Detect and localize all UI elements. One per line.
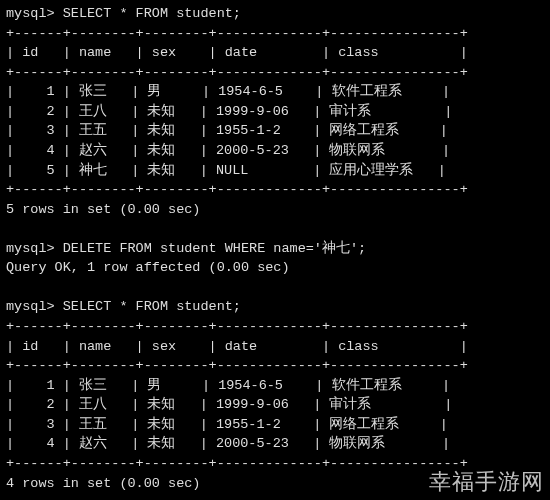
table-divider: +------+--------+--------+-------------+… (6, 180, 544, 200)
table-row: | 4 | 赵六 | 未知 | 2000-5-23 | 物联网系 | (6, 141, 544, 161)
table-divider: +------+--------+--------+-------------+… (6, 454, 544, 474)
sql-prompt: mysql> SELECT * FROM student; (6, 297, 544, 317)
status-line: Query OK, 1 row affected (0.00 sec) (6, 258, 544, 278)
table-divider: +------+--------+--------+-------------+… (6, 356, 544, 376)
table-row: | 4 | 赵六 | 未知 | 2000-5-23 | 物联网系 | (6, 434, 544, 454)
table-header-row: | id | name | sex | date | class | (6, 43, 544, 63)
table-divider: +------+--------+--------+-------------+… (6, 317, 544, 337)
table-row: | 3 | 王五 | 未知 | 1955-1-2 | 网络工程系 | (6, 121, 544, 141)
table-header-row: | id | name | sex | date | class | (6, 337, 544, 357)
table-row: | 1 | 张三 | 男 | 1954-6-5 | 软件工程系 | (6, 376, 544, 396)
terminal-output: mysql> SELECT * FROM student;+------+---… (0, 0, 550, 500)
status-line: 4 rows in set (0.00 sec) (6, 474, 544, 494)
blank-line (6, 219, 544, 239)
table-row: | 5 | 神七 | 未知 | NULL | 应用心理学系 | (6, 161, 544, 181)
sql-prompt: mysql> DELETE FROM student WHERE name='神… (6, 239, 544, 259)
blank-line (6, 493, 544, 500)
table-row: | 3 | 王五 | 未知 | 1955-1-2 | 网络工程系 | (6, 415, 544, 435)
table-row: | 1 | 张三 | 男 | 1954-6-5 | 软件工程系 | (6, 82, 544, 102)
sql-prompt: mysql> SELECT * FROM student; (6, 4, 544, 24)
table-divider: +------+--------+--------+-------------+… (6, 63, 544, 83)
table-divider: +------+--------+--------+-------------+… (6, 24, 544, 44)
table-row: | 2 | 王八 | 未知 | 1999-9-06 | 审计系 | (6, 395, 544, 415)
status-line: 5 rows in set (0.00 sec) (6, 200, 544, 220)
blank-line (6, 278, 544, 298)
table-row: | 2 | 王八 | 未知 | 1999-9-06 | 审计系 | (6, 102, 544, 122)
